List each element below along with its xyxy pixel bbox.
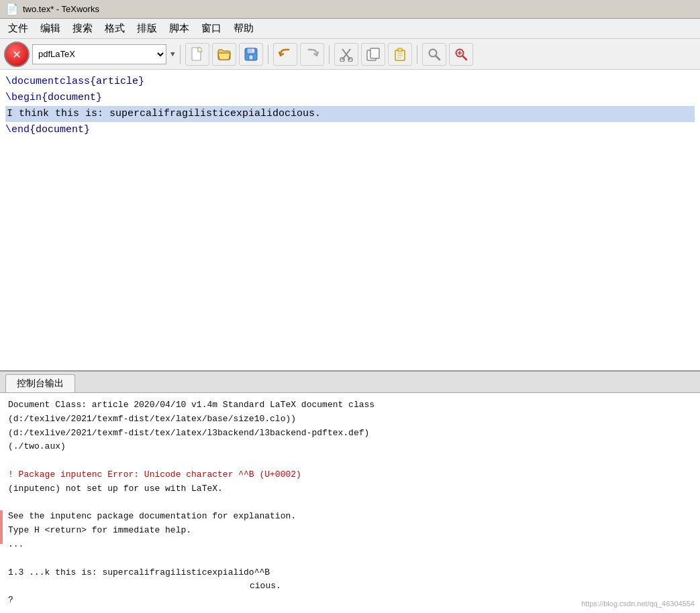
new-file-button[interactable] — [185, 43, 209, 66]
svg-rect-4 — [249, 55, 253, 60]
paste-button[interactable] — [388, 43, 412, 66]
svg-rect-3 — [247, 48, 255, 54]
console-line-11: ... — [8, 538, 695, 552]
find-button[interactable] — [422, 43, 446, 66]
console-line-3: (d:/texlive/2021/texmf-dist/tex/latex/l3… — [8, 427, 695, 441]
console-line-2: (d:/texlive/2021/texmf-dist/tex/latex/ba… — [8, 412, 695, 427]
menu-window[interactable]: 窗口 — [196, 21, 227, 36]
menu-typeset[interactable]: 排版 — [132, 21, 162, 36]
menubar: 文件 编辑 搜索 格式 排版 脚本 窗口 帮助 — [0, 19, 700, 39]
toolbar-separator-2 — [268, 45, 268, 64]
console-line-1: Document Class: article 2020/04/10 v1.4m… — [8, 398, 695, 412]
window-title: two.tex* - TeXworks — [23, 4, 99, 14]
stop-button[interactable]: ✕ — [4, 42, 30, 67]
copy-button[interactable] — [361, 43, 385, 66]
console-line-13: 1.3 ...k this is: supercalifragilisticex… — [8, 566, 695, 580]
redo-button[interactable] — [300, 43, 324, 66]
svg-line-18 — [436, 56, 440, 60]
undo-button[interactable] — [273, 43, 297, 66]
console-container: 控制台输出 Document Class: article 2020/04/10… — [0, 372, 700, 613]
editor-line-3: I think this is: supercalifragilisticexp… — [5, 106, 695, 122]
watermark: https://blog.csdn.net/qq_46304554 — [581, 600, 695, 608]
console-line-9: See the inputenc package documentation f… — [8, 510, 695, 524]
console-line-4: (./two.aux) — [8, 440, 695, 454]
console-output[interactable]: Document Class: article 2020/04/10 v1.4m… — [0, 393, 700, 613]
svg-marker-1 — [198, 48, 202, 52]
svg-rect-13 — [398, 48, 402, 52]
toolbar-separator-3 — [329, 45, 330, 64]
titlebar: 📄 two.tex* - TeXworks — [0, 0, 700, 19]
editor-line-4: \end{document} — [5, 122, 695, 138]
console-line-7: (inputenc) not set up for use with LaTeX… — [8, 482, 695, 496]
error-accent-bar — [0, 510, 3, 544]
console-line-10: Type H <return> for immediate help. — [8, 524, 695, 538]
menu-help[interactable]: 帮助 — [228, 21, 259, 36]
console-tab-bar: 控制台输出 — [0, 372, 700, 393]
menu-search[interactable]: 搜索 — [67, 21, 98, 36]
menu-edit[interactable]: 编辑 — [35, 21, 66, 36]
toolbar-separator-4 — [417, 45, 417, 64]
console-line-5 — [8, 454, 695, 468]
editor-line-2: \begin{document} — [5, 90, 695, 106]
app-icon: 📄 — [5, 3, 19, 15]
compile-select[interactable]: pdfLaTeX XeLaTeX LuaLaTeX — [32, 44, 166, 64]
console-line-12 — [8, 552, 695, 566]
editor[interactable]: \documentclass{article} \begin{document}… — [0, 70, 700, 372]
menu-scripts[interactable]: 脚本 — [164, 21, 195, 36]
toolbar-separator-1 — [180, 45, 181, 64]
console-line-8 — [8, 496, 695, 510]
toolbar: ✕ pdfLaTeX XeLaTeX LuaLaTeX ▼ — [0, 39, 700, 70]
editor-line-1: \documentclass{article} — [5, 74, 695, 90]
cut-button[interactable] — [334, 43, 358, 66]
menu-file[interactable]: 文件 — [3, 21, 34, 36]
menu-format[interactable]: 格式 — [99, 21, 130, 36]
svg-rect-11 — [370, 48, 379, 58]
save-button[interactable] — [239, 43, 263, 66]
console-line-6: ! Package inputenc Error: Unicode charac… — [8, 468, 695, 482]
svg-line-20 — [462, 56, 466, 60]
find-next-button[interactable] — [449, 43, 473, 66]
console-tab[interactable]: 控制台输出 — [5, 374, 75, 392]
open-file-button[interactable] — [212, 43, 236, 66]
svg-rect-5 — [252, 49, 254, 52]
console-line-14: cious. — [8, 579, 695, 594]
